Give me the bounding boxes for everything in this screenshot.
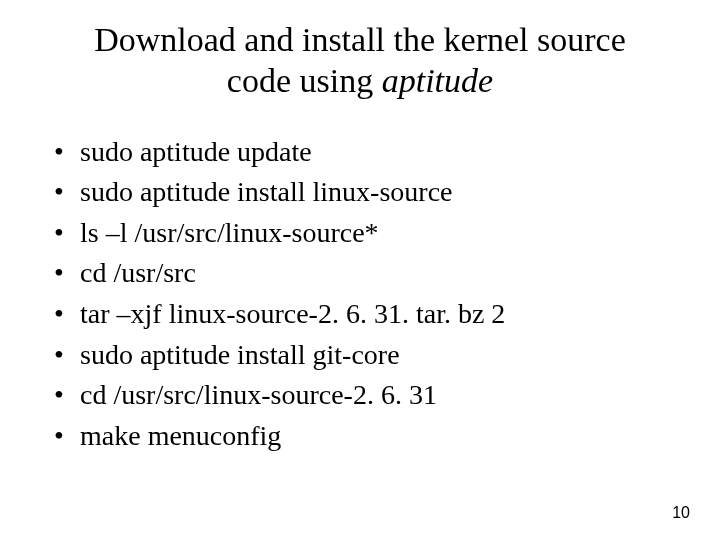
list-item-text: tar –xjf linux-source-2. 6. 31. tar. bz … — [80, 294, 680, 335]
bullet-icon: • — [50, 253, 80, 294]
title-line1: Download and install the kernel source — [94, 21, 626, 58]
list-item: • cd /usr/src — [50, 253, 680, 294]
list-item: • tar –xjf linux-source-2. 6. 31. tar. b… — [50, 294, 680, 335]
list-item-text: make menuconfig — [80, 416, 680, 457]
bullet-icon: • — [50, 335, 80, 376]
list-item-text: sudo aptitude update — [80, 132, 680, 173]
bullet-icon: • — [50, 416, 80, 457]
list-item-text: cd /usr/src — [80, 253, 680, 294]
slide-title: Download and install the kernel source c… — [40, 20, 680, 102]
list-item: • ls –l /usr/src/linux-source* — [50, 213, 680, 254]
list-item-text: sudo aptitude install git-core — [80, 335, 680, 376]
list-item-text: cd /usr/src/linux-source-2. 6. 31 — [80, 375, 680, 416]
list-item-text: ls –l /usr/src/linux-source* — [80, 213, 680, 254]
list-item: • sudo aptitude install linux-source — [50, 172, 680, 213]
bullet-icon: • — [50, 294, 80, 335]
list-item: • make menuconfig — [50, 416, 680, 457]
bullet-icon: • — [50, 132, 80, 173]
title-line2-italic: aptitude — [382, 62, 493, 99]
list-item: • cd /usr/src/linux-source-2. 6. 31 — [50, 375, 680, 416]
bullet-icon: • — [50, 213, 80, 254]
list-item: • sudo aptitude update — [50, 132, 680, 173]
list-item-text: sudo aptitude install linux-source — [80, 172, 680, 213]
page-number: 10 — [672, 504, 690, 522]
bullet-icon: • — [50, 172, 80, 213]
title-line2-prefix: code using — [227, 62, 382, 99]
command-list: • sudo aptitude update • sudo aptitude i… — [40, 132, 680, 457]
bullet-icon: • — [50, 375, 80, 416]
list-item: • sudo aptitude install git-core — [50, 335, 680, 376]
